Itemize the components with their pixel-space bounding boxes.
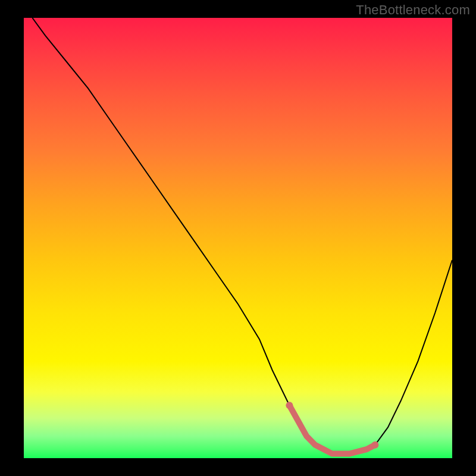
bottleneck-curve	[32, 18, 452, 454]
chart-svg	[24, 18, 452, 458]
optimal-range-marker	[289, 405, 375, 453]
optimal-range-end-dot	[371, 441, 378, 449]
watermark-label: TheBottleneck.com	[356, 2, 470, 18]
plot-area	[24, 18, 452, 458]
optimal-range-start-dot	[286, 402, 293, 409]
chart-frame: TheBottleneck.com	[0, 0, 476, 476]
